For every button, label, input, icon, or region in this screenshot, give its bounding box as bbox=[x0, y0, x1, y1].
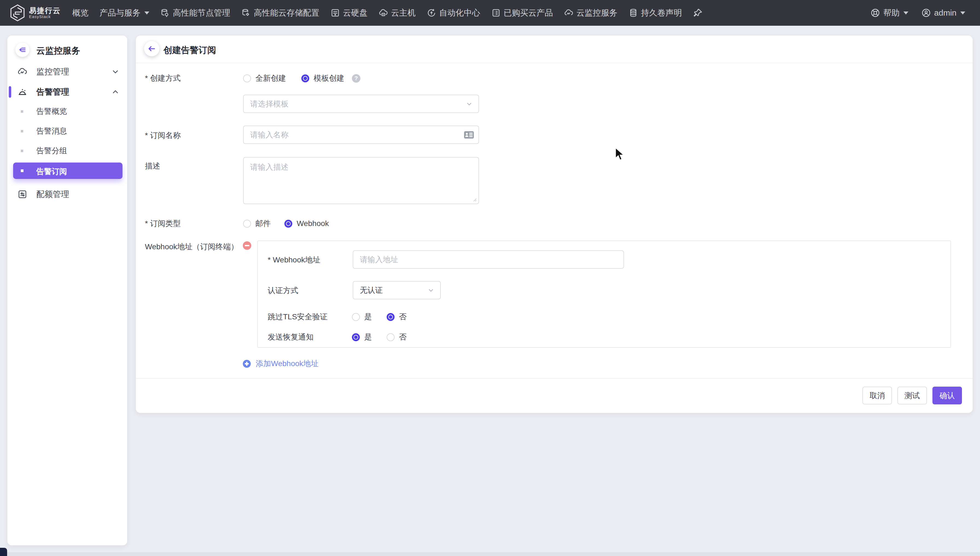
recovery-radio-group: 是 否 bbox=[352, 332, 406, 342]
page-title: 创建告警订阅 bbox=[163, 44, 216, 57]
purchased-icon bbox=[491, 8, 501, 18]
caret-down-icon bbox=[960, 11, 965, 15]
nav-cloud-disk[interactable]: 云硬盘 bbox=[330, 7, 368, 19]
create-method-radio-group: 全新创建 模板创建 ? bbox=[243, 73, 360, 84]
main-panel: 创建告警订阅 * 创建方式 全新创建 模板创建 ? 请选择模板 * 订阅名称 请… bbox=[136, 36, 973, 413]
logo-cn: 易捷行云 bbox=[29, 7, 61, 15]
webhook-box: * Webhook地址 请输入地址 认证方式 无认证 跳过TLS安全验证 是 否… bbox=[257, 241, 951, 348]
radio-on-icon[interactable] bbox=[387, 313, 395, 321]
caret-down-icon bbox=[144, 11, 149, 15]
back-button[interactable] bbox=[144, 41, 160, 57]
sidebar-collapse-button[interactable] bbox=[15, 43, 29, 57]
user-menu[interactable]: admin bbox=[921, 8, 965, 18]
topbar-nav: 概览 产品与服务 高性能节点管理 高性能云存储配置 云硬盘 bbox=[72, 7, 703, 19]
collapse-menu-icon bbox=[18, 46, 27, 54]
sidebar-title: 云监控服务 bbox=[36, 45, 80, 57]
nav-node-management[interactable]: 高性能节点管理 bbox=[160, 7, 230, 19]
template-select[interactable]: 请选择模板 bbox=[243, 95, 479, 113]
header-divider bbox=[136, 63, 973, 63]
webhook-endpoint-label: Webhook地址（订阅终端） bbox=[145, 242, 239, 252]
sidebar-item-alarm-subscription-selected[interactable]: 告警订阅 bbox=[13, 163, 122, 179]
test-button[interactable]: 测试 bbox=[898, 386, 927, 404]
monitor-icon bbox=[564, 8, 574, 18]
radio-recovery-no[interactable]: 否 bbox=[387, 332, 406, 342]
radio-recovery-yes[interactable]: 是 bbox=[352, 332, 372, 342]
pin-icon bbox=[693, 8, 703, 18]
sidebar-group-monitor[interactable]: 监控管理 bbox=[7, 62, 127, 82]
webhook-url-label: * Webhook地址 bbox=[268, 255, 320, 265]
radio-create-from-template[interactable]: 模板创建 bbox=[301, 73, 344, 84]
sidebar-item-alarm-messages[interactable]: 告警消息 bbox=[7, 122, 127, 140]
help-icon bbox=[870, 8, 880, 18]
radio-create-new[interactable]: 全新创建 bbox=[243, 73, 286, 84]
nav-cloud-host[interactable]: 云主机 bbox=[379, 7, 416, 19]
confirm-button[interactable]: 确认 bbox=[932, 386, 962, 404]
help-menu[interactable]: 帮助 bbox=[870, 7, 908, 19]
radio-on-icon[interactable] bbox=[284, 220, 292, 228]
help-icon[interactable]: ? bbox=[352, 74, 360, 82]
bullet-icon bbox=[21, 170, 24, 172]
topbar: 易捷行云 EasyStack 概览 产品与服务 高性能节点管理 高性能云存储配置 bbox=[0, 0, 980, 26]
nav-storage-config[interactable]: 高性能云存储配置 bbox=[241, 7, 319, 19]
radio-on-icon[interactable] bbox=[301, 74, 309, 82]
nav-automation-center[interactable]: 自动化中心 bbox=[427, 7, 480, 19]
subscription-type-label: * 订阅类型 bbox=[145, 218, 181, 229]
subscription-type-radio-group: 邮件 Webhook bbox=[243, 218, 329, 229]
subscription-name-label: * 订阅名称 bbox=[145, 130, 181, 141]
sidebar-group-alarm[interactable]: 告警管理 bbox=[7, 82, 127, 102]
pin-button[interactable] bbox=[693, 8, 703, 18]
sidebar-group-quota[interactable]: 配额管理 bbox=[7, 184, 127, 204]
topbar-right: 帮助 admin bbox=[870, 7, 965, 19]
auth-method-select[interactable]: 无认证 bbox=[353, 281, 441, 299]
radio-on-icon[interactable] bbox=[352, 333, 360, 341]
alarm-icon bbox=[17, 87, 27, 97]
resize-grip-icon[interactable] bbox=[472, 197, 477, 202]
bottom-strip bbox=[0, 552, 980, 556]
bottom-left-notch bbox=[0, 548, 7, 556]
nav-persistent-volume[interactable]: 持久卷声明 bbox=[629, 7, 682, 19]
sidebar-item-alarm-overview[interactable]: 告警概览 bbox=[7, 103, 127, 120]
automation-icon bbox=[427, 8, 437, 18]
radio-off-icon[interactable] bbox=[243, 220, 251, 228]
recovery-notice-label: 发送恢复通知 bbox=[268, 332, 314, 342]
sidebar-item-alarm-groups[interactable]: 告警分组 bbox=[7, 142, 127, 160]
radio-off-icon[interactable] bbox=[387, 333, 395, 341]
sidebar: 云监控服务 监控管理 告警管理 告警概览 告警消息 告警分组 告警订阅 bbox=[7, 36, 127, 545]
radio-webhook[interactable]: Webhook bbox=[284, 219, 329, 228]
radio-off-icon[interactable] bbox=[243, 74, 251, 82]
bullet-icon bbox=[21, 110, 23, 113]
radio-tls-yes[interactable]: 是 bbox=[352, 312, 372, 322]
logo-en: EasyStack bbox=[29, 15, 61, 19]
back-arrow-icon bbox=[148, 45, 156, 53]
webhook-url-input[interactable]: 请输入地址 bbox=[353, 251, 624, 269]
nav-overview[interactable]: 概览 bbox=[72, 7, 89, 19]
skip-tls-label: 跳过TLS安全验证 bbox=[268, 312, 327, 322]
storage-icon bbox=[241, 8, 251, 18]
remove-webhook-icon[interactable] bbox=[243, 241, 251, 250]
description-textarea[interactable]: 请输入描述 bbox=[243, 157, 479, 204]
nav-purchased-products[interactable]: 已购买云产品 bbox=[491, 7, 553, 19]
monitor-cloud-icon bbox=[17, 66, 27, 77]
brand-logo[interactable]: 易捷行云 EasyStack bbox=[10, 4, 61, 21]
chevron-down-icon bbox=[427, 286, 435, 294]
volume-icon bbox=[629, 8, 638, 18]
bullet-icon bbox=[21, 130, 23, 133]
chevron-up-icon bbox=[112, 88, 119, 95]
subscription-name-input[interactable]: 请输入名称 bbox=[243, 126, 479, 144]
chevron-down-icon bbox=[112, 68, 119, 75]
radio-tls-no[interactable]: 否 bbox=[387, 312, 406, 322]
caret-down-icon bbox=[903, 11, 908, 15]
nav-products-services[interactable]: 产品与服务 bbox=[100, 7, 149, 19]
radio-off-icon[interactable] bbox=[352, 313, 360, 321]
host-icon bbox=[379, 8, 388, 18]
plus-icon bbox=[243, 360, 251, 368]
add-webhook-link[interactable]: 添加Webhook地址 bbox=[243, 359, 319, 369]
disk-icon bbox=[330, 8, 340, 18]
contact-card-icon[interactable] bbox=[464, 131, 474, 139]
skip-tls-radio-group: 是 否 bbox=[352, 312, 406, 322]
cancel-button[interactable]: 取消 bbox=[862, 386, 892, 404]
chevron-down-icon bbox=[466, 100, 473, 108]
radio-email[interactable]: 邮件 bbox=[243, 218, 271, 229]
create-method-label: * 创建方式 bbox=[145, 73, 181, 84]
nav-cloud-monitor[interactable]: 云监控服务 bbox=[564, 7, 617, 19]
